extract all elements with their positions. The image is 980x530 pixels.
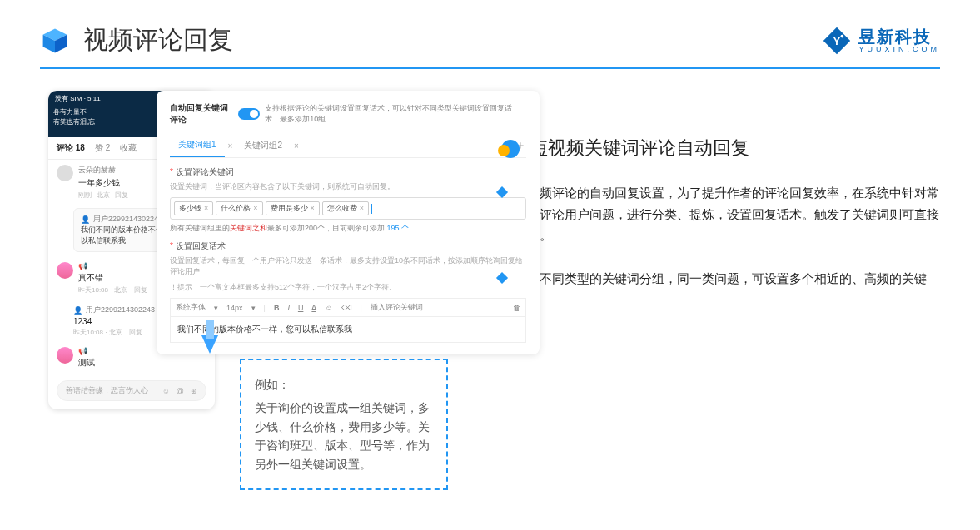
keyword-tag-input[interactable]: 多少钱× 什么价格× 费用是多少× 怎么收费× — [170, 197, 526, 220]
example-heading: 例如： — [255, 375, 433, 394]
logo-icon: Y — [822, 26, 852, 56]
example-box: 例如： 关于询价的设置成一组关键词，多少钱、什么价格，费用多少等。关于咨询班型、… — [240, 359, 448, 490]
header: 视频评论回复 Y 昱新科技 YUUXIN.COM — [0, 0, 980, 67]
keyword-group-tab-1[interactable]: 关键词组1 — [170, 134, 225, 157]
editor-toolbar: 系统字体▾ 14px▾ | B I U A̲ ☺ ⌫ | 插入评论关键词 🗑 — [171, 299, 525, 317]
left-column: 没有 SIM · 5:11 各有力量不 有笑也有泪,忘 评论 18 赞 2 收藏… — [40, 86, 473, 332]
page-title: 视频评论回复 — [83, 23, 233, 57]
phone-status: 没有 SIM · 5:11 — [55, 95, 101, 102]
bold-button[interactable]: B — [274, 304, 280, 312]
underline-button[interactable]: U — [298, 304, 304, 312]
section-reply-tip: ！提示：一个富文本框最多支持512个字符，一个汉字占用2个字符。 — [170, 282, 526, 293]
tab-likes[interactable]: 赞 2 — [95, 142, 110, 154]
tab-comments[interactable]: 评论 18 — [57, 142, 85, 154]
avatar — [57, 165, 73, 181]
section-reply-title: 设置回复话术 — [170, 240, 526, 252]
editor-content[interactable]: 我们不同的版本价格不一样，您可以私信联系我 — [171, 317, 525, 342]
svg-point-5 — [841, 34, 844, 37]
size-select[interactable]: 14px — [226, 304, 243, 312]
color-button[interactable]: A̲ — [311, 304, 316, 312]
rich-editor: 系统字体▾ 14px▾ | B I U A̲ ☺ ⌫ | 插入评论关键词 🗑 我… — [170, 298, 526, 343]
section-keywords-title: 设置评论关键词 — [170, 166, 526, 178]
reply-user: 用户2299214302243 — [86, 305, 155, 315]
avatar — [57, 347, 73, 364]
toggle-switch[interactable] — [238, 108, 260, 120]
emoji-button[interactable]: ☺ — [325, 304, 332, 312]
right-column: 短视频关键词评论自动回复 短视频评论的自动回复设置，为了提升作者的评论回复效率，… — [498, 86, 940, 332]
switch-desc: 支持根据评论的关键词设置回复话术，可以针对不同类型关键词设置回复话术，最多添加1… — [265, 103, 526, 125]
phone-overlay-1: 各有力量不 — [53, 107, 87, 116]
font-select[interactable]: 系统字体 — [176, 302, 206, 313]
header-left: 视频评论回复 — [40, 23, 233, 57]
reply-user: 用户2299214302243 — [93, 214, 162, 225]
section-keywords-hint: 设置关键词，当评论区内容包含了以下关键词，则系统可自动回复。 — [170, 181, 526, 192]
settings-panel: 自动回复关键词评论 支持根据评论的关键词设置回复话术，可以针对不同类型关键词设置… — [157, 91, 540, 354]
bullet-text: 支持不同类型的关键词分组，同一类问题，可设置多个相近的、高频的关键词。 — [515, 268, 940, 310]
gift-icon[interactable]: ⊕ — [191, 387, 197, 395]
at-icon[interactable]: @ — [177, 387, 184, 395]
logo-text: 昱新科技 YUUXIN.COM — [858, 27, 940, 54]
input-placeholder: 善语结善缘，恶言伤人心 — [66, 385, 156, 396]
tab-fav[interactable]: 收藏 — [120, 142, 137, 154]
example-body: 关于询价的设置成一组关键词，多少钱、什么价格，费用多少等。关于咨询班型、版本、型… — [255, 399, 433, 473]
comment-input[interactable]: 善语结善缘，恶言伤人心 ☺ @ ⊕ — [57, 380, 206, 401]
logo-sub: YUUXIN.COM — [858, 46, 940, 54]
insert-keyword-button[interactable]: 插入评论关键词 — [371, 302, 423, 313]
bubble-icon — [498, 136, 521, 160]
clear-button[interactable]: ⌫ — [341, 304, 352, 312]
keyword-group-tab-2[interactable]: 关键词组2 — [236, 135, 291, 156]
bullet-1: 短视频评论的自动回复设置，为了提升作者的评论回复效率，在系统中针对常见的评论用户… — [498, 182, 940, 246]
logo-main: 昱新科技 — [858, 27, 940, 46]
section-reply-hint: 设置回复话术，每回复一个用户评论只发送一条话术，最多支持设置10条不同话术，按添… — [170, 255, 526, 277]
avatar — [57, 262, 73, 279]
header-right: Y 昱新科技 YUUXIN.COM — [822, 26, 940, 56]
switch-label: 自动回复关键词评论 — [170, 102, 233, 126]
section-title: 短视频关键词评论自动回复 — [530, 136, 749, 161]
bullet-2: 支持不同类型的关键词分组，同一类问题，可设置多个相近的、高频的关键词。 — [498, 268, 940, 310]
cube-icon — [40, 26, 70, 56]
section-heading: 短视频关键词评论自动回复 — [498, 136, 940, 161]
svg-text:Y: Y — [833, 35, 841, 47]
emoji-icon[interactable]: ☺ — [162, 387, 170, 395]
keyword-count-hint: 所有关键词组里的关键词之和最多可添加200个，目前剩余可添加 195 个 — [170, 223, 526, 234]
italic-button[interactable]: I — [287, 304, 290, 312]
arrow-down-icon — [201, 335, 218, 354]
header-rule — [40, 67, 940, 69]
phone-overlay-2: 有笑也有泪,忘 — [53, 117, 95, 126]
bullet-text: 短视频评论的自动回复设置，为了提升作者的评论回复效率，在系统中针对常见的评论用户… — [515, 182, 940, 246]
delete-icon[interactable]: 🗑 — [513, 304, 520, 312]
